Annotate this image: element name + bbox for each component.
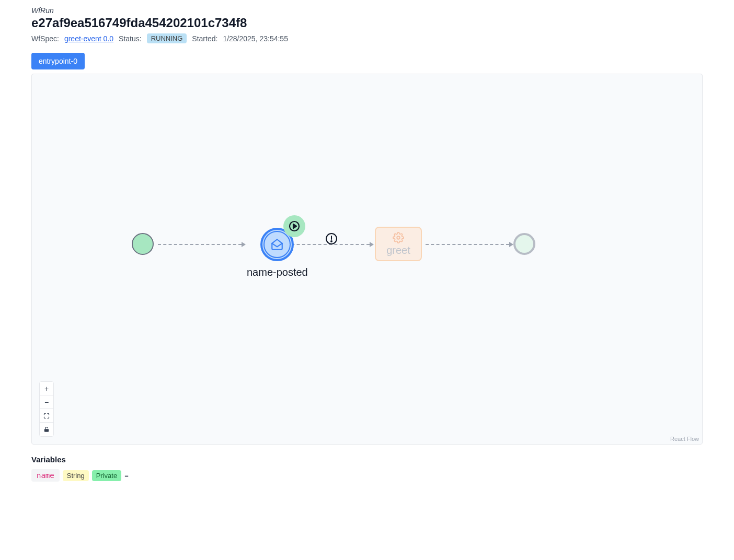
alert-badge (325, 232, 338, 245)
wfspec-link[interactable]: greet-event 0.0 (64, 34, 113, 43)
play-badge (283, 215, 305, 237)
svg-point-4 (331, 241, 332, 242)
header: WfRun e27af9ea516749fda454202101c734f8 W… (31, 6, 703, 43)
zoom-in-button[interactable]: + (40, 382, 53, 395)
wfspec-label: WfSpec: (31, 34, 59, 43)
task-node[interactable]: greet (375, 227, 422, 261)
started-label: Started: (192, 34, 217, 43)
flow-canvas[interactable]: name-posted greet + − (31, 74, 703, 445)
svg-rect-6 (44, 429, 49, 432)
flow-diagram: name-posted greet (132, 207, 602, 311)
variables-section: Variables name String Private = (31, 455, 703, 482)
variable-row: name String Private = (31, 469, 703, 482)
variables-title: Variables (31, 455, 703, 464)
edge-task-to-end (426, 244, 509, 245)
status-label: Status: (119, 34, 142, 43)
attribution: React Flow (670, 436, 699, 442)
edge-start-to-event (158, 244, 242, 245)
canvas-controls: + − (39, 381, 54, 437)
maximize-icon (43, 413, 50, 419)
svg-point-5 (397, 236, 400, 239)
event-node[interactable]: name-posted (247, 228, 308, 278)
play-circle-icon (288, 220, 301, 232)
started-value: 1/28/2025, 23:54:55 (223, 34, 288, 43)
alert-circle-icon (325, 232, 338, 245)
variable-equals: = (124, 472, 129, 480)
tab-entrypoint[interactable]: entrypoint-0 (31, 53, 85, 69)
variable-type-badge: String (63, 470, 89, 481)
meta-row: WfSpec: greet-event 0.0 Status: RUNNING … (31, 33, 703, 43)
mail-open-icon (270, 238, 284, 251)
end-node[interactable] (513, 233, 535, 255)
fit-view-button[interactable] (40, 409, 53, 423)
lock-button[interactable] (40, 423, 53, 436)
zoom-out-button[interactable]: − (40, 395, 53, 409)
resource-id: e27af9ea516749fda454202101c734f8 (31, 16, 703, 30)
start-node[interactable] (132, 233, 154, 255)
svg-marker-1 (293, 224, 296, 228)
tab-bar: entrypoint-0 (31, 53, 703, 69)
variable-access-badge: Private (92, 470, 121, 481)
status-badge: RUNNING (147, 33, 187, 43)
lock-icon (43, 426, 50, 433)
gear-icon (393, 232, 404, 243)
variable-name: name (31, 469, 60, 482)
task-node-label: greet (386, 244, 410, 256)
event-node-label: name-posted (247, 266, 308, 278)
resource-type-label: WfRun (31, 6, 703, 15)
